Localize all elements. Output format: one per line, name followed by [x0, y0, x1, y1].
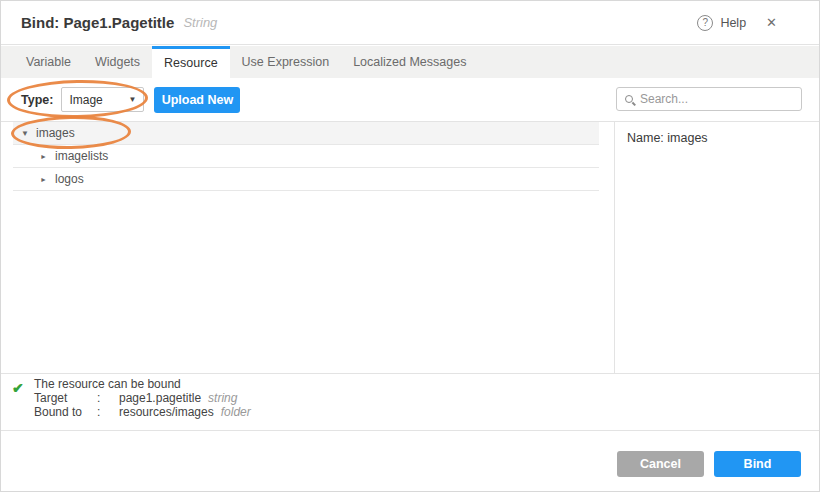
status-section: ✔ The resource can be bound Target : pag…	[1, 373, 819, 430]
bind-dialog: Bind: Page1.Pagetitle String ? Help ✕ Va…	[0, 0, 820, 492]
tree-item-logos[interactable]: ► logos	[13, 168, 599, 191]
close-icon[interactable]: ✕	[766, 15, 777, 30]
chevron-down-icon: ▼	[129, 95, 137, 104]
status-colon: :	[97, 391, 119, 405]
upload-new-button[interactable]: Upload New	[154, 87, 240, 113]
dialog-title-type: String	[183, 15, 217, 30]
tree-item-label: images	[36, 126, 75, 140]
tab-localized-messages[interactable]: Localized Messages	[341, 46, 478, 78]
help-icon[interactable]: ?	[697, 15, 713, 31]
header-actions: ? Help ✕	[697, 15, 777, 31]
search-box[interactable]	[616, 87, 802, 111]
tab-use-expression[interactable]: Use Expression	[230, 46, 342, 78]
chevron-right-icon[interactable]: ►	[40, 153, 55, 160]
tree-item-imagelists[interactable]: ► imagelists	[13, 145, 599, 168]
search-input[interactable]	[640, 92, 790, 106]
status-row-bound-to: Bound to : resources/images folder	[34, 405, 819, 419]
search-icon	[625, 95, 633, 103]
type-select[interactable]: Image ▼	[61, 87, 144, 112]
resource-toolbar: Type: Image ▼ Upload New	[1, 78, 819, 121]
status-message: The resource can be bound	[34, 377, 819, 391]
type-select-value: Image	[69, 93, 102, 107]
bind-button[interactable]: Bind	[714, 451, 801, 477]
dialog-footer: Cancel Bind	[1, 430, 819, 491]
help-button[interactable]: Help	[720, 16, 746, 30]
tab-resource[interactable]: Resource	[152, 46, 230, 78]
tab-bar: Variable Widgets Resource Use Expression…	[1, 46, 819, 78]
status-row-target: Target : page1.pagetitle string	[34, 391, 819, 405]
details-panel: Name: images	[615, 122, 819, 373]
status-label: Target	[34, 391, 97, 405]
cancel-button[interactable]: Cancel	[617, 451, 704, 477]
dialog-title: Bind: Page1.Pagetitle	[21, 14, 174, 31]
status-value: page1.pagetitle	[119, 391, 201, 405]
status-label: Bound to	[34, 405, 97, 419]
tree-item-images[interactable]: ▼ images	[13, 122, 599, 145]
check-icon: ✔	[12, 380, 24, 396]
tab-variable[interactable]: Variable	[14, 46, 83, 78]
status-value-type: folder	[221, 405, 251, 419]
status-value-type: string	[208, 391, 237, 405]
tree-item-label: imagelists	[55, 149, 108, 163]
chevron-right-icon[interactable]: ►	[40, 176, 55, 183]
tab-widgets[interactable]: Widgets	[83, 46, 152, 78]
selected-resource-name: Name: images	[627, 131, 708, 145]
dialog-header: Bind: Page1.Pagetitle String ? Help ✕	[1, 1, 819, 45]
chevron-down-icon[interactable]: ▼	[21, 129, 36, 138]
type-label: Type:	[21, 93, 53, 107]
status-value: resources/images	[119, 405, 214, 419]
tree-item-label: logos	[55, 172, 84, 186]
resource-content: ▼ images ► imagelists ► logos Name: imag…	[1, 121, 819, 373]
status-colon: :	[97, 405, 119, 419]
resource-tree: ▼ images ► imagelists ► logos	[13, 122, 599, 191]
status-body: The resource can be bound Target : page1…	[34, 374, 819, 419]
